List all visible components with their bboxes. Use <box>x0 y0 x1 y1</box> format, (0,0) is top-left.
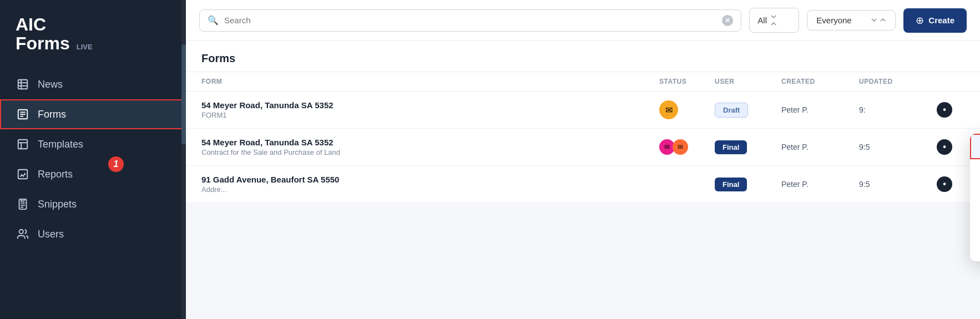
status-badge-cell-3: Final <box>715 178 781 191</box>
sidebar-item-news[interactable]: News <box>0 69 186 99</box>
sidebar-item-templates[interactable]: Templates <box>0 129 186 159</box>
form-title-1: 54 Meyer Road, Tanunda SA 5352 <box>201 100 659 110</box>
form-cell-2: 54 Meyer Road, Tanunda SA 5352 Contract … <box>201 138 659 156</box>
search-icon: 🔍 <box>208 15 219 26</box>
sidebar-item-users[interactable]: Users <box>0 219 186 249</box>
sidebar-item-reports[interactable]: Reports <box>0 159 186 189</box>
context-menu-item-view[interactable]: View <box>970 134 980 159</box>
forms-section: Forms FORM STATUS USER CREATED UPDATED 5… <box>186 41 980 319</box>
user-cell-2: Peter P. <box>781 143 859 151</box>
col-actions <box>937 78 964 85</box>
sidebar-item-reports-label: Reports <box>38 169 73 180</box>
form-cell-3: 91 Gadd Avenue, Beaufort SA 5550 Addre..… <box>201 175 659 194</box>
search-box[interactable]: 🔍 ✕ <box>199 9 741 32</box>
email-icon-2b: ✉ <box>673 139 688 155</box>
everyone-chevron <box>871 16 886 25</box>
sidebar: AIC Forms LIVE News Forms Templates <box>0 0 186 319</box>
col-created: CREATED <box>781 78 859 85</box>
form-subtitle-2: Contract for the Sale and Purchase of La… <box>201 148 659 156</box>
create-button[interactable]: ⊕ Create <box>903 8 967 33</box>
status-badge-cell-2: Final <box>715 140 781 154</box>
date-cell-2: 9:5 <box>859 143 937 151</box>
snippets-icon <box>16 197 30 211</box>
status-icon-cell-2: ✉ ✉ <box>659 139 715 155</box>
annotation-badge-1: 1 <box>108 156 124 172</box>
create-label: Create <box>928 16 954 25</box>
logo-live-badge: LIVE <box>77 43 93 51</box>
templates-icon <box>16 137 30 151</box>
user-cell-3: Peter P. <box>781 180 859 189</box>
dots-menu-button-1[interactable]: • <box>937 102 952 118</box>
sidebar-item-forms[interactable]: Forms <box>0 99 186 129</box>
context-menu-item-duplicate[interactable]: Duplicate <box>970 210 980 236</box>
status-badge-1: Draft <box>715 103 748 118</box>
filter-everyone-select[interactable]: Everyone <box>807 10 896 31</box>
filter-all-label: All <box>757 16 767 25</box>
actions-cell-3: • <box>937 176 964 192</box>
sidebar-scrollbar[interactable] <box>181 0 186 319</box>
main-content: 🔍 ✕ All Everyone ⊕ Create Forms <box>186 0 980 319</box>
col-user: USER <box>715 78 781 85</box>
create-plus-icon: ⊕ <box>916 14 924 27</box>
table-row: 54 Meyer Road, Tanunda SA 5352 FORM1 ✉ D… <box>186 92 980 129</box>
svg-rect-0 <box>18 80 28 89</box>
sidebar-scrollbar-thumb <box>181 44 186 144</box>
context-menu: View Edit Download <box>970 134 980 261</box>
status-icon-cell-1: ✉ <box>659 100 715 119</box>
dots-menu-button-3[interactable]: • <box>937 176 952 192</box>
context-menu-item-download[interactable]: Download <box>970 185 980 210</box>
sidebar-item-snippets-label: Snippets <box>38 199 77 210</box>
context-menu-item-new-related[interactable]: New Related <box>970 236 980 261</box>
svg-rect-13 <box>21 199 24 201</box>
sidebar-item-templates-label: Templates <box>38 139 83 150</box>
sidebar-nav: News Forms Templates Reports <box>0 65 186 254</box>
sidebar-item-users-label: Users <box>38 229 64 240</box>
form-cell-1: 54 Meyer Road, Tanunda SA 5352 FORM1 <box>201 100 659 119</box>
logo-aic: AIC <box>16 16 170 33</box>
form-title-2: 54 Meyer Road, Tanunda SA 5352 <box>201 138 659 147</box>
logo: AIC Forms LIVE <box>0 0 186 65</box>
reports-icon <box>16 167 30 181</box>
context-menu-item-edit[interactable]: Edit <box>970 159 980 185</box>
logo-forms: Forms <box>16 33 70 54</box>
user-cell-1: Peter P. <box>781 105 859 114</box>
forms-table: FORM STATUS USER CREATED UPDATED 54 Meye… <box>186 72 980 203</box>
actions-cell-1: • <box>937 102 964 118</box>
forms-title: Forms <box>186 41 980 72</box>
topbar: 🔍 ✕ All Everyone ⊕ Create <box>186 0 980 41</box>
filter-everyone-label: Everyone <box>816 16 851 25</box>
table-row: 91 Gadd Avenue, Beaufort SA 5550 Addre..… <box>186 166 980 203</box>
table-row: 54 Meyer Road, Tanunda SA 5352 Contract … <box>186 129 980 166</box>
status-badge-3: Final <box>715 178 747 191</box>
status-badge-cell-1: Draft <box>715 103 781 118</box>
form-title-3: 91 Gadd Avenue, Beaufort SA 5550 <box>201 175 659 184</box>
users-icon <box>16 227 30 241</box>
search-clear-button[interactable]: ✕ <box>722 15 733 26</box>
sidebar-item-forms-label: Forms <box>38 109 66 120</box>
date-cell-3: 9:5 <box>859 180 937 189</box>
svg-rect-8 <box>18 140 28 149</box>
form-subtitle-1: FORM1 <box>201 111 659 119</box>
svg-rect-11 <box>18 170 28 179</box>
filter-all-select[interactable]: All <box>749 8 799 33</box>
email-icon-1: ✉ <box>659 100 678 119</box>
col-form: FORM <box>201 78 659 85</box>
status-badge-2: Final <box>715 140 747 154</box>
svg-point-14 <box>19 230 23 234</box>
actions-cell-2: • View Edit <box>937 139 964 155</box>
search-input[interactable] <box>224 16 716 25</box>
date-cell-1: 9: <box>859 105 937 114</box>
col-status: STATUS <box>659 78 715 85</box>
filter-all-chevron <box>770 13 777 27</box>
dots-menu-button-2[interactable]: • <box>937 139 952 155</box>
news-icon <box>16 77 30 92</box>
forms-icon <box>16 107 30 121</box>
sidebar-item-snippets[interactable]: Snippets <box>0 189 186 219</box>
table-header: FORM STATUS USER CREATED UPDATED <box>186 72 980 92</box>
form-subtitle-3: Addre... <box>201 185 659 194</box>
sidebar-item-news-label: News <box>38 79 63 90</box>
col-updated: UPDATED <box>859 78 937 85</box>
